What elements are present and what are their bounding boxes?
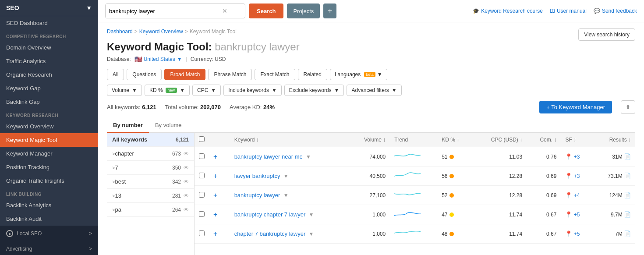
keyword-dropdown-icon[interactable]: ▼ xyxy=(306,154,311,160)
match-related-button[interactable]: Related xyxy=(298,69,327,80)
keyword-research-course-link[interactable]: 🎓 Keyword Research course xyxy=(473,8,543,14)
sidebar-item-keyword-gap[interactable]: Keyword Gap xyxy=(0,81,98,95)
keyword-link[interactable]: bankruptcy lawyer near me xyxy=(234,153,303,160)
chevron-down-icon: ▼ xyxy=(377,71,382,78)
sidebar-item-backlink-audit[interactable]: Backlink Audit xyxy=(0,212,98,226)
keyword-link[interactable]: bankruptcy lawyer xyxy=(234,192,280,198)
eye-icon[interactable]: 👁 xyxy=(184,179,189,185)
th-kd[interactable]: KD % ↕ xyxy=(437,133,473,147)
sidebar-item-advertising[interactable]: Advertising > xyxy=(0,241,98,255)
sidebar-item-organic-traffic-insights[interactable]: Organic Traffic Insights xyxy=(0,174,98,188)
sidebar-seo-header[interactable]: SEO ▼ xyxy=(0,0,98,16)
clear-search-button[interactable]: ✕ xyxy=(219,7,230,14)
all-keywords-count: 6,121 xyxy=(176,137,189,143)
match-broad-button[interactable]: Broad Match xyxy=(164,69,205,80)
country-selector[interactable]: 🇺🇸 United States ▼ xyxy=(134,56,182,63)
add-keyword-icon[interactable]: + xyxy=(213,230,217,237)
keyword-link[interactable]: lawyer bankruptcy xyxy=(234,173,280,179)
currency-label: Currency: USD xyxy=(191,56,226,62)
row-results: 124M 📄 xyxy=(592,186,635,205)
sidebar-item-seo-dashboard[interactable]: SEO Dashboard xyxy=(0,16,98,30)
comment-icon: 💬 xyxy=(594,8,600,14)
match-all-button[interactable]: All xyxy=(107,69,124,80)
add-keyword-icon[interactable]: + xyxy=(213,172,217,180)
view-search-history-button[interactable]: View search history xyxy=(578,28,635,41)
row-checkbox[interactable] xyxy=(199,192,205,198)
keyword-link[interactable]: bankruptcy chapter 7 lawyer xyxy=(234,211,306,218)
projects-button[interactable]: Projects xyxy=(287,4,320,18)
sidebar-item-position-tracking[interactable]: Position Tracking xyxy=(0,160,98,174)
left-panel-header[interactable]: All keywords 6,121 xyxy=(107,133,194,147)
keyword-link[interactable]: chapter 7 bankruptcy lawyer xyxy=(234,230,306,237)
select-all-checkbox[interactable] xyxy=(199,136,205,142)
tab-by-volume[interactable]: By volume xyxy=(149,118,188,133)
export-button[interactable]: ⇧ xyxy=(621,100,635,114)
sidebar-item-keyword-overview[interactable]: Keyword Overview xyxy=(0,120,98,133)
include-keywords-button[interactable]: Include keywords ▼ xyxy=(223,85,282,96)
advanced-filters-button[interactable]: Advanced filters ▼ xyxy=(347,85,401,96)
search-input[interactable] xyxy=(106,4,219,18)
sidebar-item-label: Domain Overview xyxy=(6,44,51,51)
user-manual-link[interactable]: 🕮 User manual xyxy=(550,8,587,14)
search-button[interactable]: Search xyxy=(249,4,283,18)
match-phrase-button[interactable]: Phrase Match xyxy=(208,69,252,80)
left-panel-item-chapter[interactable]: > chapter 673 👁 xyxy=(107,147,194,161)
cpc-filter-button[interactable]: CPC ▼ xyxy=(192,85,221,96)
add-keyword-icon[interactable]: + xyxy=(213,191,217,199)
add-keyword-icon[interactable]: + xyxy=(213,153,217,160)
th-sf[interactable]: SF ↕ xyxy=(561,133,592,147)
th-cpc[interactable]: CPC (USD) ↕ xyxy=(473,133,527,147)
title-prefix: Keyword Magic Tool: xyxy=(107,41,212,53)
to-keyword-manager-button[interactable]: + To Keyword Manager xyxy=(539,101,612,113)
th-keyword[interactable]: Keyword ↕ xyxy=(230,133,349,147)
trend-chart xyxy=(394,151,421,161)
keyword-dropdown-icon[interactable]: ▼ xyxy=(283,173,289,179)
table-row: + bankruptcy lawyer near me ▼ 74,000 51 … xyxy=(195,147,635,166)
database-label: Database: xyxy=(107,56,131,62)
match-questions-button[interactable]: Questions xyxy=(127,69,162,80)
sidebar-item-backlink-gap[interactable]: Backlink Gap xyxy=(0,95,98,109)
sidebar-item-domain-overview[interactable]: Domain Overview xyxy=(0,41,98,54)
th-results[interactable]: Results ↕ xyxy=(592,133,635,147)
send-feedback-link[interactable]: 💬 Send feedback xyxy=(594,8,637,14)
eye-icon[interactable]: 👁 xyxy=(184,151,189,157)
row-add-cell: + xyxy=(209,205,230,224)
keyword-dropdown-icon[interactable]: ▼ xyxy=(309,212,314,218)
left-panel-item-best[interactable]: > best 342 👁 xyxy=(107,175,194,189)
row-checkbox[interactable] xyxy=(199,173,205,178)
breadcrumb-current: Keyword Magic Tool xyxy=(190,28,237,35)
kd-filter-button[interactable]: KD % new ▼ xyxy=(145,85,190,96)
row-checkbox[interactable] xyxy=(199,153,205,159)
keyword-dropdown-icon[interactable]: ▼ xyxy=(283,192,289,198)
row-checkbox[interactable] xyxy=(199,230,205,236)
average-kd-stat: Average KD: 24% xyxy=(230,104,275,110)
add-keyword-icon[interactable]: + xyxy=(213,211,217,218)
languages-button[interactable]: Languages beta ▼ xyxy=(330,69,387,80)
row-checkbox[interactable] xyxy=(199,211,205,217)
exclude-keywords-button[interactable]: Exclude keywords ▼ xyxy=(284,85,344,96)
sidebar: SEO ▼ SEO Dashboard COMPETITIVE RESEARCH… xyxy=(0,0,98,255)
th-com[interactable]: Com. ↕ xyxy=(527,133,561,147)
eye-icon[interactable]: 👁 xyxy=(184,193,189,199)
sidebar-item-keyword-manager[interactable]: Keyword Manager xyxy=(0,147,98,160)
trend-chart xyxy=(394,228,421,238)
dropdown-filter-row: Volume ▼ KD % new ▼ CPC ▼ Include keywor… xyxy=(107,85,635,96)
eye-icon[interactable]: 👁 xyxy=(184,165,189,171)
sidebar-item-organic-research[interactable]: Organic Research xyxy=(0,68,98,81)
sidebar-item-local-seo[interactable]: ● Local SEO > xyxy=(0,226,98,241)
sidebar-item-traffic-analytics[interactable]: Traffic Analytics xyxy=(0,54,98,68)
left-panel-item-pa[interactable]: > pa 264 👁 xyxy=(107,203,194,217)
eye-icon[interactable]: 👁 xyxy=(184,207,189,213)
th-volume[interactable]: Volume ↕ xyxy=(349,133,390,147)
breadcrumb-dashboard[interactable]: Dashboard xyxy=(107,28,133,35)
tab-by-number[interactable]: By number xyxy=(107,118,149,133)
match-exact-button[interactable]: Exact Match xyxy=(255,69,295,80)
volume-filter-button[interactable]: Volume ▼ xyxy=(107,85,142,96)
add-button[interactable]: + xyxy=(323,4,336,18)
left-panel-item-13[interactable]: > 13 281 👁 xyxy=(107,189,194,203)
sidebar-item-keyword-magic-tool[interactable]: Keyword Magic Tool xyxy=(0,133,98,147)
keyword-dropdown-icon[interactable]: ▼ xyxy=(309,231,314,237)
left-panel-item-7[interactable]: > 7 350 👁 xyxy=(107,161,194,175)
sidebar-item-backlink-analytics[interactable]: Backlink Analytics xyxy=(0,198,98,212)
breadcrumb-keyword-overview[interactable]: Keyword Overview xyxy=(139,28,183,35)
